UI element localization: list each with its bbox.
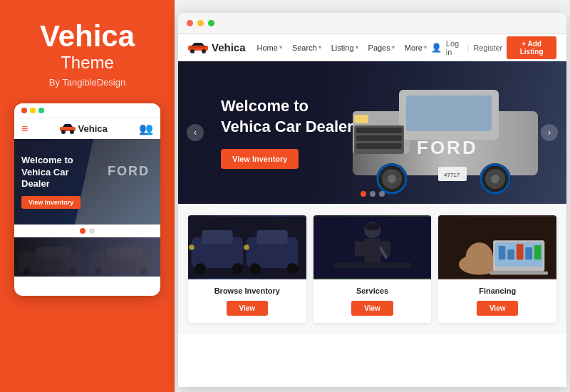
svg-point-3: [70, 130, 74, 134]
nav-more[interactable]: More ▾: [400, 41, 431, 55]
brand-theme: Theme: [61, 53, 114, 73]
svg-point-28: [388, 175, 396, 183]
nav-more-label: More: [405, 43, 423, 52]
hero-prev-button[interactable]: ‹: [187, 124, 204, 141]
site-nav-links: Home ▾ Search ▾ Listing ▾ Pages ▾ More ▾: [253, 41, 431, 55]
inventory-image-svg: [188, 215, 306, 279]
card-services: Services View: [314, 215, 432, 323]
nav-listing-arrow: ▾: [356, 44, 358, 51]
svg-text:FORD: FORD: [417, 137, 478, 158]
card-services-body: Services View: [314, 279, 432, 323]
card-financing-image: [438, 215, 556, 279]
mobile-navbar: ≡ Vehica 👥: [14, 118, 160, 139]
card-services-image: [314, 215, 432, 279]
browser-chrome-bar: [178, 13, 566, 34]
svg-point-14: [190, 49, 195, 53]
mobile-dot-green: [38, 108, 44, 113]
card-financing-button[interactable]: View: [477, 301, 519, 316]
mobile-slide-dot-1[interactable]: [80, 228, 86, 234]
mobile-bottom-overlay: [14, 237, 160, 277]
mobile-hero-section: FORD Welcome to Vehica Car Dealer View I…: [14, 139, 160, 225]
svg-rect-49: [188, 217, 306, 279]
svg-point-31: [491, 175, 499, 183]
card-inventory-title: Browse Inventory: [195, 287, 299, 295]
card-inventory-image: [188, 215, 306, 279]
mobile-view-inventory-button[interactable]: View Inventory: [21, 196, 81, 209]
mobile-chrome-bar: [14, 103, 160, 118]
svg-text:47717: 47717: [444, 172, 460, 178]
card-services-title: Services: [321, 287, 425, 295]
card-inventory-button[interactable]: View: [227, 301, 269, 316]
nav-search-arrow: ▾: [318, 44, 321, 51]
nav-home[interactable]: Home ▾: [253, 41, 286, 55]
nav-search[interactable]: Search ▾: [288, 41, 326, 55]
nav-listing[interactable]: Listing ▾: [327, 41, 363, 55]
nav-pages[interactable]: Pages ▾: [364, 41, 399, 55]
nav-pages-arrow: ▾: [392, 44, 395, 51]
nav-user-icon: 👤: [431, 43, 442, 53]
mobile-hero-background: [75, 139, 160, 225]
financing-image-svg: [438, 215, 556, 279]
browser-panel: Vehica Home ▾ Search ▾ Listing ▾ Pages ▾…: [178, 13, 566, 387]
mobile-mockup: ≡ Vehica 👥 FORD Welcome to Vehica Car De…: [14, 103, 160, 296]
card-financing-title: Financing: [445, 287, 549, 295]
nav-actions: 👤 Log in | Register + Add Listing: [431, 36, 556, 59]
svg-point-15: [202, 49, 206, 53]
svg-point-2: [61, 130, 66, 134]
brand-by: By TangibleDesign: [49, 77, 125, 88]
nav-register-link[interactable]: Register: [473, 43, 502, 52]
mobile-slide-dot-2[interactable]: [89, 228, 95, 234]
site-logo-text: Vehica: [212, 41, 246, 53]
card-services-button[interactable]: View: [351, 301, 393, 316]
nav-pages-label: Pages: [368, 43, 390, 52]
mobile-window-dots: [21, 108, 44, 113]
hero-title: Welcome to Vehica Car Dealer: [221, 96, 353, 137]
browser-dot-green: [208, 20, 214, 26]
mobile-user-icon[interactable]: 👥: [139, 122, 153, 135]
svg-marker-13: [192, 43, 204, 46]
services-image-svg: [314, 215, 432, 279]
card-inventory: Browse Inventory View: [188, 215, 306, 323]
mobile-carousel-dots: [14, 225, 160, 237]
svg-rect-16: [190, 46, 207, 48]
card-financing: Financing View: [438, 215, 556, 323]
mobile-menu-icon[interactable]: ≡: [21, 123, 28, 135]
svg-rect-58: [314, 217, 432, 279]
cards-section: Browse Inventory View: [178, 204, 566, 334]
svg-marker-1: [63, 124, 73, 127]
hero-carousel-dots: [361, 191, 385, 197]
browser-dot-red: [187, 20, 193, 26]
nav-listing-label: Listing: [331, 43, 354, 52]
site-logo: Vehica: [188, 41, 246, 53]
brand-name: Vehica: [40, 21, 135, 51]
mobile-dot-yellow: [30, 108, 36, 113]
hero-dot-1[interactable]: [361, 191, 366, 197]
site-navbar: Vehica Home ▾ Search ▾ Listing ▾ Pages ▾…: [178, 34, 566, 61]
mobile-ford-text: FORD: [108, 164, 150, 179]
mobile-logo-svg: [60, 124, 76, 134]
hero-dot-3[interactable]: [379, 191, 385, 197]
mobile-hero-title: Welcome to Vehica Car Dealer: [21, 155, 86, 191]
nav-search-label: Search: [292, 43, 317, 52]
mobile-logo: Vehica: [60, 123, 108, 134]
card-financing-body: Financing View: [438, 279, 556, 323]
site-logo-icon: [188, 42, 208, 53]
mobile-logo-text: Vehica: [78, 123, 108, 134]
hero-content: Welcome to Vehica Car Dealer View Invent…: [178, 96, 396, 168]
nav-add-listing-button[interactable]: + Add Listing: [507, 36, 556, 59]
left-panel: Vehica Theme By TangibleDesign ≡ Vehica: [0, 0, 175, 392]
nav-home-arrow: ▾: [279, 44, 282, 51]
mobile-dot-red: [21, 108, 27, 113]
browser-dot-yellow: [197, 20, 204, 26]
svg-rect-70: [438, 217, 556, 279]
nav-home-label: Home: [257, 43, 278, 52]
nav-login-link[interactable]: Log in: [446, 39, 463, 56]
nav-divider: |: [467, 43, 469, 52]
svg-rect-21: [406, 96, 492, 131]
hero-dot-2[interactable]: [370, 191, 375, 197]
nav-more-arrow: ▾: [424, 44, 427, 51]
mobile-bottom-image: [14, 237, 160, 277]
hero-next-button[interactable]: ›: [541, 124, 558, 141]
card-inventory-body: Browse Inventory View: [188, 279, 306, 323]
hero-view-inventory-button[interactable]: View Inventory: [221, 149, 299, 169]
